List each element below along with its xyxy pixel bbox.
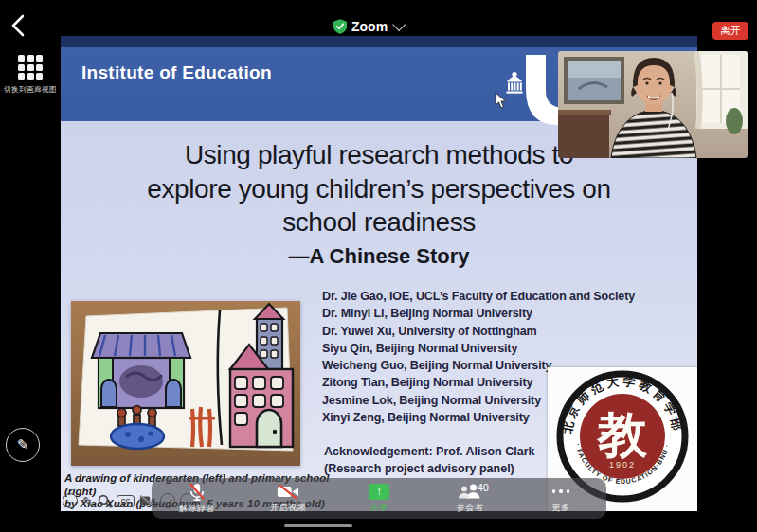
share-up-arrow-icon: ↑ [369,484,389,500]
leave-meeting-button[interactable]: 离开 [712,22,748,40]
self-view-video-thumbnail[interactable] [558,51,748,158]
meeting-toolbar: 解除静音 开启视频 ↑ 共享 40 参会者 更多 [152,478,606,519]
author-line: Dr. Yuwei Xu, University of Nottingham [322,323,635,340]
acknowledgement: Acknowledgement: Prof. Alison Clark (Res… [324,443,535,477]
more-label: 更多 [552,502,570,514]
slide-subtitle: —A Chinese Story [61,244,697,269]
title-line: explore young children’s perspectives on [61,172,697,206]
start-video-label: 开启视频 [270,502,306,514]
gallery-view-label: 切换到画廊视图 [0,85,61,95]
chevron-left-icon [8,13,30,38]
chevron-down-icon [392,18,406,31]
camera-off-icon [277,484,299,500]
more-button[interactable]: 更多 [515,478,606,519]
more-dots-icon [552,484,570,500]
participants-label: 参会者 [457,502,484,514]
seal-center-glyph: 教 [596,407,648,462]
switch-to-gallery-view-button[interactable]: 切换到画廊视图 [0,55,61,95]
magnifier-icon [98,494,112,508]
institution-name: Institute of Education [81,62,272,83]
author-line: Dr. Jie Gao, IOE, UCL’s Faculty of Educa… [322,288,635,305]
back-button[interactable] [8,13,30,38]
closed-captions-icon: CC [117,495,135,507]
slide-back-icon: ← [63,493,78,508]
share-button[interactable]: ↑ 共享 [333,478,424,519]
start-video-button[interactable]: 开启视频 [243,478,333,519]
annotate-button[interactable]: ✎ [6,428,40,462]
acknowledgement-label: Acknowledgement: [324,445,433,458]
mouse-cursor [495,92,507,113]
unmute-button[interactable]: 解除静音 [152,478,243,519]
gallery-grid-icon [18,55,43,80]
author-line: Siyu Qin, Beijing Normal University [322,340,635,357]
acknowledgement-line2: (Research project advisory panel) [324,460,535,477]
meeting-security-pill[interactable]: Zoom [333,17,402,36]
child-drawing-photo [71,301,300,466]
plant [726,108,743,134]
participant-count: 40 [478,482,489,493]
home-indicator[interactable] [284,524,352,527]
author-line: Dr. Minyi Li, Beijing Normal University [322,305,635,322]
security-shield-icon [333,19,347,34]
microphone-muted-icon [187,483,207,501]
framed-painting [564,57,624,104]
seal-year: 1902 [609,460,636,470]
title-line: school readiness [61,205,697,239]
pencil-icon: ✎ [17,436,29,453]
unmute-label: 解除静音 [179,503,215,515]
meeting-title: Zoom [351,19,388,34]
acknowledgement-text: Prof. Alison Clark [433,445,535,458]
share-label: 共享 [370,502,388,514]
slide-top-strip [61,36,697,47]
zoom-meeting-screen: Zoom 离开 切换到画廊视图 ✎ Institute of Education [0,0,757,532]
participants-button[interactable]: 40 参会者 [424,478,515,519]
slide-draw-icon: ✎ [82,494,93,508]
dresser [558,110,611,158]
